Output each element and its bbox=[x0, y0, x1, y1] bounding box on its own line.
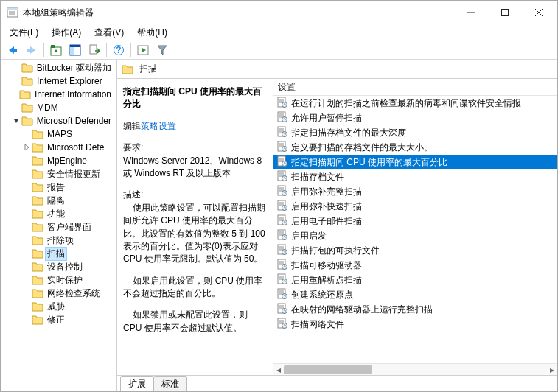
help-button[interactable]: ? bbox=[110, 42, 128, 58]
list-item[interactable]: 启用弥补完整扫描 bbox=[273, 184, 557, 199]
tree-item[interactable]: MDM bbox=[1, 101, 116, 114]
tree-label: BitLocker 驱动器加 bbox=[35, 61, 114, 75]
edit-label: 编辑 bbox=[123, 121, 141, 131]
list-item-label: 启用电子邮件扫描 bbox=[291, 215, 362, 228]
tree-item[interactable]: Internet Explorer bbox=[1, 74, 116, 88]
policy-icon bbox=[276, 155, 288, 169]
tab-standard[interactable]: 标准 bbox=[153, 376, 187, 391]
export-button[interactable] bbox=[86, 42, 103, 58]
list-item-label: 启用弥补快速扫描 bbox=[291, 200, 362, 213]
horizontal-scrollbar[interactable]: ◂ ▸ bbox=[273, 363, 557, 375]
tree-item[interactable]: 设备控制 bbox=[1, 260, 116, 273]
policy-icon bbox=[276, 170, 288, 184]
list-item[interactable]: 创建系统还原点 bbox=[273, 287, 557, 302]
list-item[interactable]: 启用电子邮件扫描 bbox=[273, 214, 557, 228]
policy-icon bbox=[276, 111, 288, 125]
list-item[interactable]: 启用启发 bbox=[273, 228, 557, 243]
list-item-label: 扫描可移动驱动器 bbox=[291, 259, 362, 272]
description-text-2: 如果启用此设置，则 CPU 使用率不会超过指定的百分比。 bbox=[123, 275, 267, 301]
settings-list[interactable]: 在运行计划的扫描之前检查最新的病毒和间谍软件安全情报允许用户暂停扫描指定扫描存档… bbox=[273, 96, 557, 363]
menu-view[interactable]: 查看(V) bbox=[88, 25, 130, 41]
menu-help[interactable]: 帮助(H) bbox=[131, 25, 173, 41]
menu-bar: 文件(F) 操作(A) 查看(V) 帮助(H) bbox=[1, 24, 557, 41]
description-text-1: 使用此策略设置，可以配置扫描期间所允许 CPU 使用率的最大百分比。此设置的有效… bbox=[123, 202, 267, 266]
tree-item[interactable]: BitLocker 驱动器加 bbox=[1, 61, 116, 74]
tree-label: 实时保护 bbox=[45, 273, 85, 287]
scroll-right-arrow[interactable]: ▸ bbox=[547, 364, 557, 375]
show-hide-tree-button[interactable] bbox=[66, 42, 84, 58]
tab-extended[interactable]: 扩展 bbox=[120, 376, 154, 391]
back-button[interactable] bbox=[4, 42, 21, 58]
tree-item[interactable]: Internet Information bbox=[1, 88, 116, 101]
tree-item[interactable]: MpEngine bbox=[1, 154, 116, 167]
scroll-thumb[interactable] bbox=[284, 365, 372, 374]
tree-item[interactable]: MAPS bbox=[1, 127, 116, 141]
list-item[interactable]: 扫描打包的可执行文件 bbox=[273, 243, 557, 258]
policy-icon bbox=[276, 288, 288, 302]
tree-label: 网络检查系统 bbox=[45, 287, 102, 301]
tree-label: MDM bbox=[35, 102, 60, 113]
list-item[interactable]: 定义要扫描的存档文件的最大大小。 bbox=[273, 140, 557, 155]
svg-rect-6 bbox=[502, 10, 509, 16]
menu-file[interactable]: 文件(F) bbox=[4, 25, 44, 41]
tree-label: 排除项 bbox=[45, 234, 76, 248]
menu-action[interactable]: 操作(A) bbox=[46, 25, 87, 41]
policy-icon bbox=[276, 185, 288, 199]
tree-item[interactable]: 实时保护 bbox=[1, 273, 116, 287]
list-item[interactable]: 指定扫描存档文件的最大深度 bbox=[273, 125, 557, 140]
list-item[interactable]: 在运行计划的扫描之前检查最新的病毒和间谍软件安全情报 bbox=[273, 96, 557, 111]
close-button[interactable] bbox=[522, 1, 556, 24]
policy-icon bbox=[276, 141, 288, 155]
tree-item[interactable]: Microsoft Defe bbox=[1, 141, 116, 154]
tree-item[interactable]: 威胁 bbox=[1, 300, 116, 313]
edit-policy-link[interactable]: 策略设置 bbox=[141, 121, 176, 131]
settings-list-pane: 设置 在运行计划的扫描之前检查最新的病毒和间谍软件安全情报允许用户暂停扫描指定扫… bbox=[273, 80, 557, 375]
tree-label: 安全情报更新 bbox=[45, 167, 102, 181]
list-item[interactable]: 扫描可移动驱动器 bbox=[273, 258, 557, 273]
tree-label: 报告 bbox=[45, 181, 67, 195]
policy-icon bbox=[276, 97, 288, 111]
tree-item[interactable]: 修正 bbox=[1, 313, 116, 326]
list-item[interactable]: 扫描网络文件 bbox=[273, 317, 557, 332]
tree-item[interactable]: 报告 bbox=[1, 181, 116, 194]
list-item[interactable]: 启用弥补快速扫描 bbox=[273, 199, 557, 214]
policy-icon bbox=[276, 244, 288, 258]
window-title: 本地组策略编辑器 bbox=[23, 7, 454, 19]
requirements-text: Windows Server 2012、Windows 8 或 Windows … bbox=[123, 155, 267, 181]
svg-text:?: ? bbox=[116, 45, 121, 55]
list-item-label: 创建系统还原点 bbox=[291, 289, 353, 301]
tree-twisty[interactable] bbox=[11, 117, 21, 125]
tree-item[interactable]: 扫描 bbox=[1, 247, 116, 260]
tree-item[interactable]: 网络检查系统 bbox=[1, 287, 116, 300]
tree-view[interactable]: BitLocker 驱动器加Internet ExplorerInternet … bbox=[1, 60, 117, 391]
list-item-label: 指定扫描存档文件的最大深度 bbox=[291, 127, 406, 139]
list-item[interactable]: 扫描存档文件 bbox=[273, 169, 557, 184]
list-item-label: 指定扫描期间 CPU 使用率的最大百分比 bbox=[291, 156, 447, 169]
minimize-button[interactable] bbox=[454, 1, 488, 24]
settings-column-header[interactable]: 设置 bbox=[273, 80, 557, 96]
tree-item[interactable]: 功能 bbox=[1, 207, 116, 220]
tree-item[interactable]: 客户端界面 bbox=[1, 220, 116, 234]
tree-item[interactable]: Microsoft Defender bbox=[1, 114, 116, 127]
content-header: 扫描 bbox=[117, 60, 557, 79]
list-item[interactable]: 启用重解析点扫描 bbox=[273, 273, 557, 287]
app-icon bbox=[7, 7, 18, 18]
svg-rect-16 bbox=[90, 45, 97, 54]
svg-rect-9 bbox=[13, 49, 17, 52]
action-button[interactable] bbox=[134, 42, 152, 58]
maximize-button[interactable] bbox=[488, 1, 522, 24]
tree-label: 隔离 bbox=[45, 194, 67, 208]
tree-item[interactable]: 隔离 bbox=[1, 194, 116, 207]
list-item[interactable]: 允许用户暂停扫描 bbox=[273, 111, 557, 125]
scroll-left-arrow[interactable]: ◂ bbox=[273, 364, 284, 375]
requirements-label: 要求: bbox=[123, 141, 267, 154]
list-item[interactable]: 在映射的网络驱动器上运行完整扫描 bbox=[273, 302, 557, 317]
content-pane: 扫描 指定扫描期间 CPU 使用率的最大百分比 编辑策略设置 要求: Windo… bbox=[117, 60, 557, 391]
filter-button[interactable] bbox=[153, 42, 171, 58]
tree-item[interactable]: 排除项 bbox=[1, 234, 116, 247]
up-button[interactable] bbox=[47, 42, 65, 58]
tree-item[interactable]: 安全情报更新 bbox=[1, 167, 116, 181]
forward-button[interactable] bbox=[23, 42, 41, 58]
list-item[interactable]: 指定扫描期间 CPU 使用率的最大百分比 bbox=[273, 155, 557, 169]
tree-twisty[interactable] bbox=[21, 144, 32, 151]
